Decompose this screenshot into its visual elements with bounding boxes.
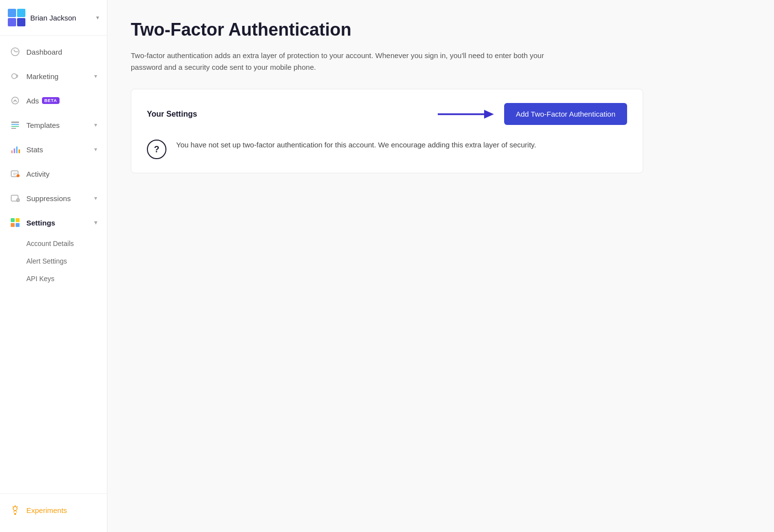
svg-rect-2 [8, 18, 16, 26]
suppressions-icon [10, 193, 20, 204]
sidebar-item-ads[interactable]: Ads BETA [0, 88, 107, 113]
arrow-container [197, 107, 496, 122]
sidebar-item-settings-label: Settings [26, 219, 55, 227]
experiments-label: Experiments [26, 506, 67, 514]
add-2fa-button[interactable]: Add Two-Factor Authentication [504, 103, 627, 125]
marketing-chevron-icon: ▾ [94, 73, 97, 80]
main-content: Two-Factor Authentication Two-factor aut… [107, 0, 774, 532]
sidebar-item-templates[interactable]: Templates ▾ [0, 113, 107, 137]
ads-beta-badge: BETA [42, 97, 60, 104]
svg-rect-13 [16, 146, 18, 153]
subnav-api-keys[interactable]: API Keys [0, 270, 107, 287]
svg-point-16 [17, 174, 20, 177]
svg-rect-3 [17, 18, 25, 26]
experiments-icon [10, 505, 20, 515]
sidebar-item-marketing-label: Marketing [26, 72, 59, 81]
svg-rect-8 [11, 124, 19, 125]
svg-rect-12 [14, 148, 15, 153]
svg-rect-22 [16, 223, 20, 227]
templates-icon [10, 120, 20, 130]
subnav-account-details[interactable]: Account Details [0, 235, 107, 252]
settings-chevron-icon: ▾ [94, 219, 97, 226]
sidebar-item-activity[interactable]: Activity [0, 162, 107, 186]
svg-rect-10 [11, 128, 16, 129]
svg-point-5 [12, 74, 17, 79]
sidebar-item-templates-label: Templates [26, 121, 60, 129]
question-circle-icon: ? [147, 140, 166, 159]
svg-rect-7 [11, 122, 19, 123]
svg-point-24 [14, 513, 16, 515]
card-body: ? You have not set up two-factor authent… [147, 139, 627, 159]
svg-marker-26 [484, 110, 494, 119]
svg-rect-11 [11, 150, 13, 153]
card-header: Your Settings Add Two-Factor Authenticat… [147, 103, 627, 125]
sidebar-item-suppressions[interactable]: Suppressions ▾ [0, 186, 107, 210]
svg-rect-14 [19, 149, 20, 153]
arrow-icon [438, 107, 496, 122]
ads-icon [10, 95, 20, 106]
stats-icon [10, 144, 20, 155]
card-message: You have not set up two-factor authentic… [176, 139, 536, 151]
sidebar-item-settings[interactable]: Settings ▾ [0, 210, 107, 235]
sidebar-item-suppressions-label: Suppressions [26, 194, 71, 203]
sidebar-item-experiments[interactable]: Experiments [0, 498, 107, 522]
sidebar-item-dashboard-label: Dashboard [26, 48, 62, 56]
user-chevron-icon: ▾ [96, 14, 99, 21]
user-menu[interactable]: Brian Jackson ▾ [0, 0, 107, 36]
sidebar-item-dashboard[interactable]: Dashboard [0, 40, 107, 64]
dashboard-icon [10, 46, 20, 57]
subnav-alert-settings[interactable]: Alert Settings [0, 252, 107, 270]
user-avatar [8, 9, 25, 26]
sidebar-item-stats[interactable]: Stats ▾ [0, 137, 107, 162]
settings-icon [10, 217, 20, 228]
svg-rect-0 [8, 9, 16, 17]
sidebar-item-ads-label: Ads [26, 97, 39, 105]
user-name: Brian Jackson [30, 14, 96, 22]
page-title: Two-Factor Authentication [131, 20, 751, 40]
stats-chevron-icon: ▾ [94, 146, 97, 153]
sidebar-bottom: Experiments [0, 493, 107, 522]
settings-subnav: Account Details Alert Settings API Keys [0, 235, 107, 287]
templates-chevron-icon: ▾ [94, 122, 97, 128]
card-title: Your Settings [147, 110, 197, 119]
marketing-icon [10, 71, 20, 82]
svg-rect-1 [17, 9, 25, 17]
sidebar-item-activity-label: Activity [26, 170, 50, 178]
settings-card: Your Settings Add Two-Factor Authenticat… [131, 89, 643, 173]
page-description: Two-factor authentication adds an extra … [131, 50, 570, 73]
svg-rect-19 [11, 218, 15, 222]
sidebar: Brian Jackson ▾ Dashboard Ma [0, 0, 107, 532]
suppressions-chevron-icon: ▾ [94, 195, 97, 202]
sidebar-item-stats-label: Stats [26, 145, 43, 154]
sidebar-item-marketing[interactable]: Marketing ▾ [0, 64, 107, 88]
svg-rect-21 [11, 223, 15, 227]
sidebar-nav: Dashboard Marketing ▾ Ads [0, 40, 107, 287]
svg-rect-17 [11, 195, 18, 201]
svg-rect-20 [16, 218, 20, 222]
activity-icon [10, 168, 20, 179]
svg-rect-9 [11, 126, 19, 127]
